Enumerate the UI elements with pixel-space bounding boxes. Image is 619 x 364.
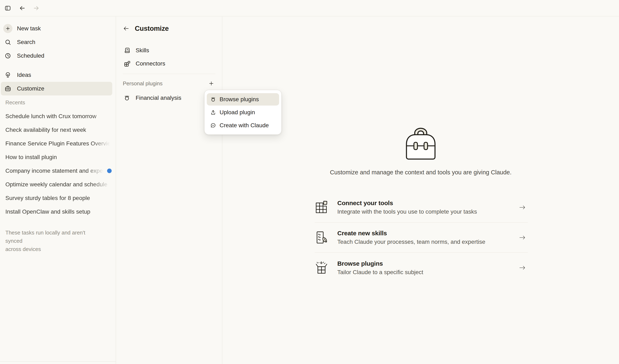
sidebar-toggle-button[interactable] [4, 5, 11, 12]
action-title: Connect your tools [338, 200, 477, 207]
panel-divider [123, 74, 215, 74]
add-plugin-context-menu: Browse plugins Upload plugin Create with… [204, 90, 281, 135]
action-browse-plugins[interactable]: Browse plugins Tailor Claude to a specif… [315, 253, 528, 283]
clock-icon [3, 51, 13, 60]
menu-item-label: Create with Claude [220, 122, 269, 129]
action-subtitle: Integrate with the tools you use to comp… [338, 208, 477, 215]
sidebar-item-label: New task [17, 25, 41, 32]
menu-item-label: Browse plugins [220, 96, 259, 103]
action-list: Connect your tools Integrate with the to… [315, 192, 528, 283]
panel-item-skills[interactable]: Skills [120, 44, 218, 57]
open-box-sparkles-icon [315, 261, 328, 275]
menu-item-label: Upload plugin [220, 109, 255, 116]
sidebar: New task Search Scheduled [0, 16, 116, 364]
plugin-item-financial-analysis[interactable]: Financial analysis [120, 91, 218, 105]
panel-left-icon [4, 5, 11, 12]
toolbox-icon [3, 84, 13, 93]
sidebar-item-label: Customize [17, 85, 44, 92]
sidebar-item-ideas[interactable]: Ideas [1, 68, 112, 82]
action-title: Browse plugins [338, 260, 423, 267]
recent-task-item[interactable]: Survey sturdy tables for 8 people [0, 191, 116, 205]
panel-back-button[interactable] [123, 25, 129, 32]
document-leaf-icon [315, 231, 328, 244]
plugin-list: Financial analysis [120, 91, 218, 105]
sidebar-bottom-divider [0, 361, 116, 362]
recent-task-item[interactable]: Check availability for next week [0, 123, 116, 137]
recent-task-item[interactable]: Finance Service Plugin Features Overview [0, 137, 116, 150]
recent-task-item[interactable]: How to install plugin [0, 150, 116, 164]
unread-dot [107, 169, 112, 173]
arrow-right-icon [33, 5, 40, 12]
action-create-new-skills[interactable]: Create new skills Teach Claude your proc… [315, 222, 528, 253]
section-label: Personal plugins [123, 80, 207, 87]
recent-task-item[interactable]: Install OpenClaw and skills setup [0, 205, 116, 218]
recents-list: Schedule lunch with Crux tomorrow Check … [0, 109, 116, 218]
arrow-left-icon [19, 5, 26, 12]
action-text: Browse plugins Tailor Claude to a specif… [338, 260, 423, 276]
action-connect-your-tools[interactable]: Connect your tools Integrate with the to… [315, 192, 528, 222]
sidebar-item-label: Scheduled [17, 53, 44, 59]
recent-task-item[interactable]: Optimize weekly calendar and schedule [0, 178, 116, 191]
arrow-right-icon [519, 234, 526, 241]
upload-icon [210, 109, 216, 115]
hero-caption: Customize and manage the context and too… [330, 169, 512, 176]
back-button[interactable] [19, 5, 26, 12]
sidebar-item-label: Ideas [17, 72, 31, 78]
menu-item-browse-plugins[interactable]: Browse plugins [207, 93, 279, 106]
lightbulb-icon [3, 70, 13, 80]
panel-header: Customize [120, 24, 218, 33]
local-tasks-note: These tasks run locally and aren't synce… [5, 229, 102, 253]
arrow-right-icon [519, 204, 526, 211]
panel-item-connectors[interactable]: Connectors [120, 57, 218, 70]
sidebar-item-label: Search [17, 39, 35, 45]
sidebar-item-new-task[interactable]: New task [1, 22, 112, 35]
blocks-icon [123, 59, 131, 68]
search-icon [3, 38, 13, 47]
top-toolbar [0, 0, 619, 16]
action-subtitle: Teach Claude your processes, team norms,… [338, 239, 485, 245]
panel-nav: Skills Connectors [120, 44, 218, 70]
plugin-item-label: Financial analysis [136, 94, 181, 101]
grid-tools-icon [315, 201, 328, 214]
sidebar-item-search[interactable]: Search [1, 35, 112, 49]
chat-bubble-icon [210, 122, 216, 129]
hero: Customize and manage the context and too… [223, 126, 619, 176]
scroll-icon [123, 46, 131, 54]
sidebar-spacer [0, 63, 116, 68]
menu-item-create-with-claude[interactable]: Create with Claude [207, 119, 279, 132]
add-plugin-button[interactable] [207, 79, 215, 88]
forward-button[interactable] [33, 5, 40, 12]
arrow-right-icon [519, 264, 526, 271]
main-content: Customize and manage the context and too… [223, 16, 619, 364]
recent-task-item[interactable]: Company income statement and expenses [0, 164, 116, 178]
panel-item-label: Skills [136, 47, 149, 54]
personal-plugins-header: Personal plugins [120, 79, 218, 88]
sidebar-item-scheduled[interactable]: Scheduled [1, 49, 112, 63]
panel-item-label: Connectors [136, 60, 165, 67]
menu-item-upload-plugin[interactable]: Upload plugin [207, 106, 279, 119]
page-title: Customize [135, 25, 169, 32]
toolbox-illustration [402, 126, 440, 160]
plugin-bug-icon [210, 96, 216, 102]
plugin-bug-icon [123, 94, 131, 102]
plus-circle-icon [3, 24, 13, 33]
sidebar-item-customize[interactable]: Customize [1, 82, 112, 95]
action-text: Create new skills Teach Claude your proc… [338, 230, 485, 245]
recent-task-item[interactable]: Schedule lunch with Crux tomorrow [0, 109, 116, 123]
action-subtitle: Tailor Claude to a specific subject [338, 269, 423, 276]
action-text: Connect your tools Integrate with the to… [338, 200, 477, 215]
action-title: Create new skills [338, 230, 485, 237]
customize-panel: Customize Skills [116, 16, 222, 364]
app-window: New task Search Scheduled [0, 0, 619, 364]
recents-section-label: Recents [5, 99, 116, 106]
